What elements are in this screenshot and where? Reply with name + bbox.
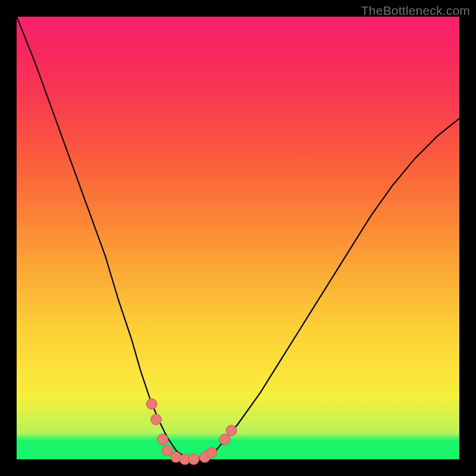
curve-markers [146, 399, 237, 465]
data-marker [158, 434, 168, 445]
chart-frame: TheBottleneck.com [0, 0, 476, 476]
data-marker [220, 434, 230, 445]
data-marker [146, 399, 157, 409]
bottleneck-curve [17, 17, 459, 459]
data-marker [206, 447, 217, 458]
data-marker [226, 425, 237, 436]
data-marker [151, 414, 161, 425]
watermark-text: TheBottleneck.com [361, 4, 470, 18]
curve-layer [17, 17, 459, 459]
plot-area [17, 17, 459, 459]
data-marker [162, 445, 173, 456]
data-marker [189, 454, 199, 465]
